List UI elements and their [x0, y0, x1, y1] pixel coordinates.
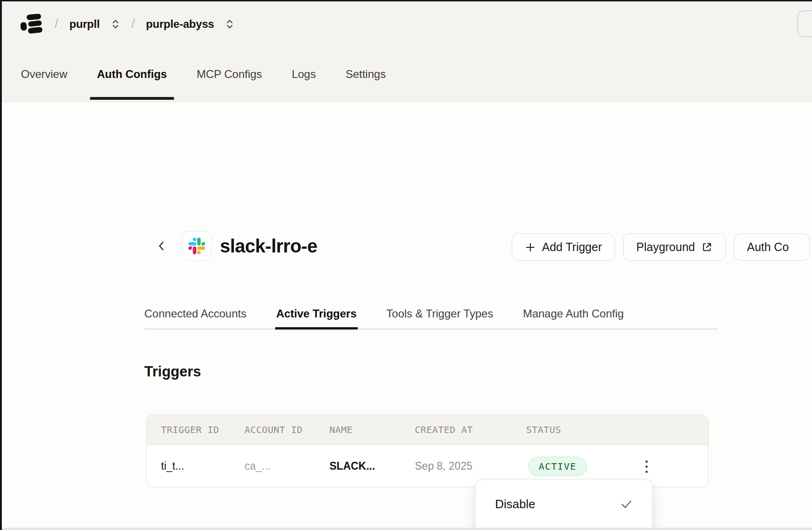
tab-settings[interactable]: Settings: [346, 46, 386, 102]
auth-config-button[interactable]: Auth Co: [734, 233, 810, 261]
breadcrumb: / purpll / purple-abyss: [55, 17, 234, 31]
column-header-status: STATUS: [526, 415, 561, 445]
breadcrumb-separator: /: [55, 17, 58, 31]
subtab-label: Active Triggers: [276, 307, 356, 320]
cell-created-at: Sep 8, 2025: [415, 445, 472, 487]
composio-logo-icon[interactable]: [20, 14, 43, 34]
status-badge: ACTIVE: [528, 457, 587, 476]
external-link-icon: [701, 241, 713, 253]
subtab-label: Connected Accounts: [144, 307, 246, 320]
cell-name: SLACK...: [329, 445, 375, 487]
project-switcher-chevron-icon[interactable]: [225, 19, 234, 30]
tab-label: MCP Configs: [197, 68, 262, 81]
page-title: slack-lrro-e: [220, 236, 317, 257]
tab-label: Logs: [292, 68, 316, 81]
playground-label: Playground: [636, 240, 695, 254]
toolkit-icon-box: [182, 231, 212, 261]
playground-button[interactable]: Playground: [623, 233, 725, 261]
back-button[interactable]: [153, 237, 170, 255]
top-right-partial-button[interactable]: [797, 10, 812, 37]
row-actions-kebab-button[interactable]: [638, 455, 655, 478]
auth-config-label: Auth Co: [747, 240, 789, 254]
subtab-connected-accounts[interactable]: Connected Accounts: [144, 299, 246, 329]
cell-trigger-id: ti_t...: [161, 445, 184, 487]
column-header-account-id: ACCOUNT ID: [245, 415, 303, 445]
subtab-label: Manage Auth Config: [523, 307, 624, 320]
tab-label: Auth Configs: [97, 68, 167, 81]
row-context-menu: Disable Check logs Delete: [475, 479, 652, 530]
tab-label: Overview: [21, 68, 67, 81]
window-edge-bottom: [2, 528, 812, 530]
add-trigger-label: Add Trigger: [542, 240, 602, 254]
app-header: / purpll / purple-abyss Overview Auth Co…: [0, 0, 812, 102]
tab-overview[interactable]: Overview: [21, 46, 67, 102]
cell-account-id: ca_...: [245, 445, 271, 487]
subtab-tools-trigger-types[interactable]: Tools & Trigger Types: [387, 299, 493, 329]
main-nav-tabs: Overview Auth Configs MCP Configs Logs S…: [2, 46, 812, 102]
column-header-name: NAME: [329, 415, 353, 445]
window-edge-top: [0, 0, 812, 1]
disable-label: Disable: [495, 497, 535, 511]
plus-icon: [525, 242, 536, 253]
tab-auth-configs[interactable]: Auth Configs: [97, 46, 167, 102]
subtab-manage-auth-config[interactable]: Manage Auth Config: [523, 299, 624, 329]
add-trigger-button[interactable]: Add Trigger: [512, 233, 615, 261]
tab-mcp-configs[interactable]: MCP Configs: [197, 46, 262, 102]
triggers-heading: Triggers: [144, 363, 201, 380]
column-header-trigger-id: TRIGGER ID: [161, 415, 219, 445]
tab-label: Settings: [346, 68, 386, 81]
org-switcher-chevron-icon[interactable]: [111, 19, 120, 30]
toolkit-sub-tabs: Connected Accounts Active Triggers Tools…: [144, 299, 718, 330]
toolkit-actions: Add Trigger Playground Auth Co: [512, 233, 810, 261]
slack-icon: [188, 238, 205, 254]
window-edge-left: [0, 0, 2, 530]
check-icon: [619, 497, 633, 511]
column-header-created-at: CREATED AT: [415, 415, 473, 445]
active-tab-underline: [90, 97, 174, 100]
tab-logs[interactable]: Logs: [292, 46, 316, 102]
subtab-active-triggers[interactable]: Active Triggers: [276, 299, 356, 329]
menu-item-disable[interactable]: Disable: [476, 487, 652, 521]
active-subtab-underline: [275, 327, 357, 330]
topbar: / purpll / purple-abyss: [2, 1, 812, 46]
table-header-row: TRIGGER ID ACCOUNT ID NAME CREATED AT ST…: [147, 415, 708, 445]
subtab-label: Tools & Trigger Types: [387, 307, 493, 320]
breadcrumb-org[interactable]: purpll: [70, 18, 100, 31]
main-content: slack-lrro-e Add Trigger Playground Auth…: [2, 102, 812, 530]
triggers-table: TRIGGER ID ACCOUNT ID NAME CREATED AT ST…: [146, 414, 709, 487]
breadcrumb-project[interactable]: purple-abyss: [146, 18, 214, 31]
breadcrumb-separator: /: [131, 17, 135, 31]
